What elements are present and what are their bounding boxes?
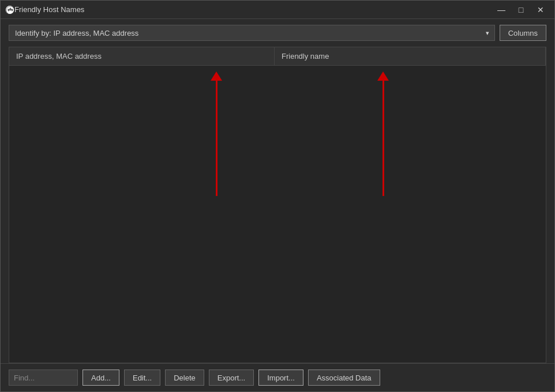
arrow-2-head — [377, 71, 389, 81]
app-icon — [5, 5, 14, 14]
table-area: IP address, MAC address Friendly name — [9, 47, 546, 363]
arrow-1-head — [211, 71, 222, 81]
delete-button[interactable]: Delete — [165, 370, 204, 386]
export-button[interactable]: Export... — [209, 370, 254, 386]
main-window: Friendly Host Names — □ ✕ Identify by: I… — [0, 0, 555, 392]
bottom-bar: Add... Edit... Delete Export... Import..… — [1, 363, 554, 391]
edit-button[interactable]: Edit... — [124, 370, 160, 386]
identify-dropdown-wrapper[interactable]: Identify by: IP address, MAC address Ide… — [9, 25, 495, 41]
arrow-2-line — [382, 81, 384, 196]
toolbar: Identify by: IP address, MAC address Ide… — [1, 19, 554, 47]
arrow-1 — [211, 71, 222, 196]
arrow-2 — [377, 71, 389, 196]
identify-dropdown[interactable]: Identify by: IP address, MAC address Ide… — [9, 25, 495, 41]
find-input[interactable] — [9, 370, 78, 386]
minimize-button[interactable]: — — [492, 2, 511, 18]
arrows-container — [9, 66, 546, 363]
import-button[interactable]: Import... — [258, 370, 303, 386]
add-button[interactable]: Add... — [82, 370, 119, 386]
columns-button[interactable]: Columns — [500, 25, 546, 41]
table-body[interactable] — [9, 66, 546, 363]
arrow-1-line — [216, 81, 217, 196]
associated-data-button[interactable]: Associated Data — [308, 370, 380, 386]
close-button[interactable]: ✕ — [531, 2, 550, 18]
column-header-friendly: Friendly name — [275, 47, 546, 65]
maximize-button[interactable]: □ — [512, 2, 530, 18]
title-bar: Friendly Host Names — □ ✕ — [1, 1, 554, 19]
table-header: IP address, MAC address Friendly name — [9, 47, 546, 66]
column-header-ip: IP address, MAC address — [9, 47, 275, 65]
window-controls: — □ ✕ — [492, 2, 550, 18]
window-title: Friendly Host Names — [14, 5, 492, 14]
